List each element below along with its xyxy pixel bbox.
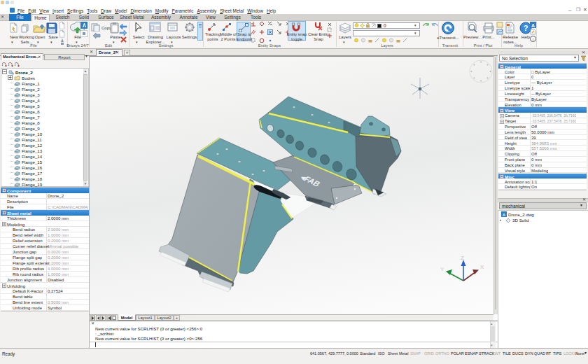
svg-text:i: i xyxy=(533,37,533,41)
svg-text:Z: Z xyxy=(461,255,464,261)
svg-text:Y: Y xyxy=(440,266,444,272)
svg-text:A: A xyxy=(503,213,506,217)
svg-text:?: ? xyxy=(524,24,528,32)
svg-text:A: A xyxy=(531,23,535,28)
svg-text:X: X xyxy=(480,264,484,270)
